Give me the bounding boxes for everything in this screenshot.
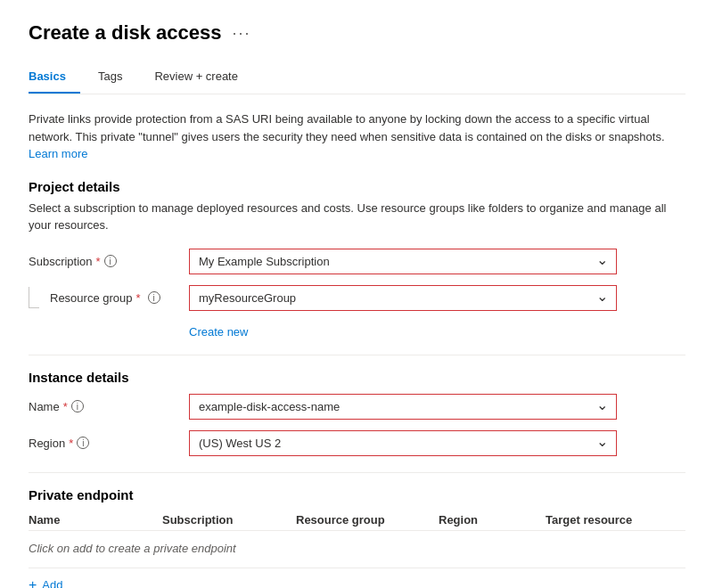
project-details-description: Select a subscription to manage deployed… [29, 200, 685, 234]
region-info-icon[interactable]: i [77, 437, 89, 449]
name-select[interactable]: example-disk-access-name [189, 394, 617, 420]
description-text: Private links provide protection from a … [29, 112, 665, 143]
region-label: Region * i [29, 437, 189, 450]
name-row: Name * i example-disk-access-name [29, 394, 685, 420]
page-title: Create a disk access [29, 21, 222, 45]
resource-group-row: Resource group * i myResourceGroup [29, 285, 685, 311]
page-container: Create a disk access ··· Basics Tags Rev… [0, 0, 714, 588]
instance-details-section: Instance details Name * i example-disk-a… [29, 370, 685, 456]
create-new-link[interactable]: Create new [189, 325, 248, 339]
name-required: * [63, 400, 68, 413]
tab-tags[interactable]: Tags [98, 62, 136, 94]
region-select-wrapper: (US) West US 2 [189, 430, 617, 456]
subscription-info-icon[interactable]: i [104, 255, 117, 267]
instance-details-title: Instance details [29, 370, 685, 385]
subscription-select[interactable]: My Example Subscription [189, 249, 617, 274]
region-label-text: Region [29, 437, 65, 450]
col-header-region: Region [439, 513, 546, 527]
subscription-control-wrapper: My Example Subscription [189, 249, 617, 274]
name-control-wrapper: example-disk-access-name [189, 394, 617, 420]
col-header-target-resource: Target resource [546, 513, 679, 527]
resource-group-info-icon[interactable]: i [148, 291, 160, 304]
tab-basics[interactable]: Basics [29, 62, 80, 94]
resource-group-select[interactable]: myResourceGroup [189, 285, 617, 311]
region-required: * [69, 437, 73, 450]
tab-review-create[interactable]: Review + create [154, 62, 252, 94]
col-header-name: Name [29, 513, 162, 527]
divider-2 [29, 472, 685, 473]
subscription-label-text: Subscription [29, 255, 93, 268]
add-endpoint-row[interactable]: + Add [29, 568, 685, 589]
private-endpoint-section: Private endpoint Name Subscription Resou… [29, 487, 685, 589]
description-block: Private links provide protection from a … [29, 110, 685, 163]
subscription-label: Subscription * i [29, 255, 189, 268]
col-header-subscription: Subscription [162, 513, 296, 527]
private-endpoint-title: Private endpoint [29, 487, 685, 502]
name-info-icon[interactable]: i [71, 400, 84, 412]
resource-group-control-wrapper: myResourceGroup [189, 285, 617, 311]
name-label: Name * i [29, 400, 189, 413]
indent-line [29, 287, 39, 308]
resource-group-required: * [136, 291, 141, 305]
resource-group-container: Resource group * i myResourceGroup Creat… [29, 285, 685, 339]
subscription-row: Subscription * i My Example Subscription [29, 249, 685, 274]
project-details-section: Project details Select a subscription to… [29, 179, 685, 339]
divider-1 [29, 355, 685, 355]
region-select[interactable]: (US) West US 2 [189, 430, 617, 456]
endpoint-table-header: Name Subscription Resource group Region … [29, 508, 685, 531]
resource-group-select-wrapper: myResourceGroup [189, 285, 617, 311]
name-label-text: Name [29, 400, 60, 413]
name-select-wrapper: example-disk-access-name [189, 394, 617, 420]
subscription-select-wrapper: My Example Subscription [189, 249, 617, 274]
resource-group-label: Resource group * i [29, 287, 189, 308]
page-header: Create a disk access ··· [29, 21, 685, 45]
subscription-required: * [96, 255, 101, 268]
add-label: Add [42, 578, 62, 588]
tab-bar: Basics Tags Review + create [29, 62, 685, 94]
endpoint-empty-message: Click on add to create a private endpoin… [29, 536, 685, 566]
project-details-title: Project details [29, 179, 685, 194]
col-header-resource-group: Resource group [296, 513, 439, 527]
region-control-wrapper: (US) West US 2 [189, 430, 617, 456]
more-options-icon[interactable]: ··· [233, 24, 251, 43]
learn-more-link[interactable]: Learn more [29, 147, 87, 160]
region-row: Region * i (US) West US 2 [29, 430, 685, 456]
add-icon: + [29, 577, 37, 589]
resource-group-label-text: Resource group [50, 291, 133, 305]
